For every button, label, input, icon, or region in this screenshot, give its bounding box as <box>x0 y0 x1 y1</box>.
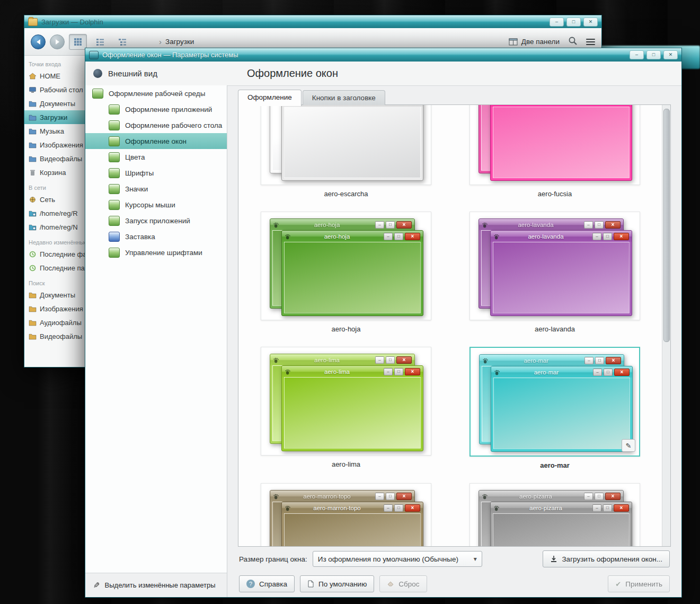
settings-sidebar-item-label: Заставка <box>125 233 155 241</box>
download-icon <box>550 555 557 563</box>
icons-view-button[interactable] <box>69 34 87 50</box>
tab-decoration[interactable]: Оформление <box>238 90 302 106</box>
edit-theme-button[interactable]: ✎ <box>622 439 635 452</box>
preview-maximize-button: □ <box>595 221 604 229</box>
network-icon <box>29 196 37 203</box>
theme-card-aero-hoja[interactable]: aero-hoja–□×aero-hoja–□×aero-hoja <box>261 212 431 333</box>
page-title: Оформление окон <box>247 67 338 80</box>
dolphin-places-panel: Точки входаHOMEРабочий столДокументыЗагр… <box>24 56 86 367</box>
settings-titlebar[interactable]: Оформление окон — Параметры системы – □ … <box>85 48 681 62</box>
theme-card-aero-lima[interactable]: aero-lima–□×aero-lima–□×aero-lima <box>261 347 431 469</box>
border-size-select[interactable]: Из оформления по умолчанию (Обычные) ▾ <box>313 551 482 567</box>
theme-card-aero-marron-topo[interactable]: aero-marron-topo–□×aero-marron-topo–□×ae… <box>261 483 431 546</box>
dialog-footer: ? Справка По умолчанию Сброс ✔ Применить <box>239 575 670 593</box>
settings-sidebar-item-4[interactable]: Цвета <box>85 149 227 165</box>
settings-sidebar-item-2[interactable]: Оформление рабочего стола <box>85 117 227 133</box>
settings-sidebar-item-3[interactable]: Оформление окон <box>85 133 227 149</box>
preview-titlebar: aero-pizarra–□× <box>491 502 632 513</box>
get-new-decorations-button[interactable]: Загрузить оформления окон... <box>543 550 670 567</box>
tree-view-button[interactable] <box>113 34 131 50</box>
preview-window-buttons: –□× <box>593 369 630 376</box>
defaults-button[interactable]: По умолчанию <box>300 575 374 592</box>
places-item[interactable]: Загрузки <box>24 110 86 124</box>
preview-titlebar: aero-mar–□× <box>491 366 632 378</box>
settings-sidebar-item-1[interactable]: Оформление приложений <box>85 101 227 117</box>
theme-list-view: aero-escarcha–□×aero-escarcha–□×aero-esc… <box>238 104 671 547</box>
settings-sidebar-item-10[interactable]: Управление шрифтами <box>85 244 227 260</box>
settings-sidebar-item-label: Значки <box>125 185 148 193</box>
places-item[interactable]: Документы <box>24 97 86 110</box>
places-item[interactable]: Видеофайлы <box>24 329 86 343</box>
settings-sidebar-item-0[interactable]: Оформление рабочей среды <box>85 85 227 101</box>
breadcrumb[interactable]: › Загрузки <box>159 37 194 46</box>
theme-card-aero-fucsia[interactable]: aero-fucsia–□×aero-fucsia–□×aero-fucsia <box>469 105 640 198</box>
places-item[interactable]: Корзина <box>24 165 86 179</box>
footprint-icon <box>273 357 279 363</box>
minimize-button[interactable]: – <box>630 50 644 59</box>
back-button[interactable] <box>31 34 46 49</box>
places-item[interactable]: Музыка <box>24 124 86 138</box>
preview-window-title: aero-hoja <box>294 233 380 240</box>
dolphin-titlebar[interactable]: Загрузки — Dolphin – □ ✕ <box>24 15 601 28</box>
details-view-icon <box>96 38 104 46</box>
preview-maximize-button: □ <box>394 368 403 375</box>
theme-name-label: aero-hoja <box>261 325 431 333</box>
breadcrumb-item-downloads[interactable]: Загрузки <box>165 38 194 46</box>
places-item[interactable]: Рабочий стол <box>24 83 86 97</box>
settings-sidebar-item-6[interactable]: Значки <box>85 181 227 197</box>
menu-button[interactable] <box>586 39 595 45</box>
preview-window-front: aero-pizarra–□× <box>490 502 632 546</box>
preview-maximize-button: □ <box>595 493 604 500</box>
scrollbar-track[interactable] <box>662 105 670 546</box>
help-button[interactable]: ? Справка <box>239 575 295 592</box>
places-item[interactable]: Документы <box>24 288 86 302</box>
settings-sidebar-item-5[interactable]: Шрифты <box>85 165 227 181</box>
settings-sidebar-list: Оформление рабочей средыОформление прило… <box>85 85 227 260</box>
close-button[interactable]: ✕ <box>583 17 598 27</box>
preview-window-title: aero-marron-topo <box>294 505 380 511</box>
preview-close-button: × <box>606 357 621 364</box>
places-section-title: В сети <box>24 179 86 192</box>
preview-maximize-button: □ <box>386 493 395 500</box>
settings-sidebar-item-7[interactable]: Курсоры мыши <box>85 197 227 213</box>
forward-button[interactable] <box>50 34 65 49</box>
scrollbar-thumb[interactable] <box>663 109 670 342</box>
preview-close-button: × <box>605 493 621 500</box>
places-item[interactable]: /home/reg/N <box>24 220 86 234</box>
reset-button[interactable]: Сброс <box>379 575 427 592</box>
tab-titlebar-buttons[interactable]: Кнопки в заголовке <box>303 90 385 105</box>
settings-sidebar-item-8[interactable]: Запуск приложений <box>85 213 227 229</box>
places-item[interactable]: Изображения <box>24 138 86 152</box>
places-item[interactable]: /home/reg/R <box>24 206 86 220</box>
places-item[interactable]: Последние файлы <box>24 247 86 261</box>
highlight-changed-settings-button[interactable]: ✎ Выделить изменённые параметры <box>85 573 227 597</box>
places-item[interactable]: Последние папки <box>24 261 86 275</box>
settings-sidebar-item-9[interactable]: Заставка <box>85 229 227 244</box>
theme-grid-area: aero-escarcha–□×aero-escarcha–□×aero-esc… <box>238 105 662 546</box>
split-view-button[interactable]: Две панели <box>509 38 560 46</box>
maximize-button[interactable]: □ <box>646 50 661 59</box>
chevron-down-icon: ▾ <box>474 555 477 563</box>
border-size-label: Размер границ окна: <box>239 555 307 563</box>
places-item[interactable]: Аудиофайлы <box>24 316 86 329</box>
apply-button[interactable]: ✔ Применить <box>608 575 670 592</box>
theme-card-aero-pizarra[interactable]: aero-pizarra–□×aero-pizarra–□×aero-pizar… <box>469 483 640 546</box>
settings-main: Оформление Кнопки в заголовке aero-escar… <box>227 85 681 597</box>
search-button[interactable] <box>568 36 578 48</box>
preview-window-buttons: –□× <box>592 504 629 512</box>
places-item-label: Изображения <box>40 305 83 313</box>
close-button[interactable]: ✕ <box>663 50 678 59</box>
footprint-icon <box>285 369 291 375</box>
theme-card-aero-escarcha[interactable]: aero-escarcha–□×aero-escarcha–□×aero-esc… <box>261 105 431 198</box>
places-item[interactable]: Сеть <box>24 192 86 206</box>
footprint-icon <box>273 493 279 500</box>
places-item[interactable]: HOME <box>24 69 86 83</box>
details-view-button[interactable] <box>91 34 109 50</box>
settings-sidebar-item-label: Шрифты <box>125 169 154 177</box>
places-item[interactable]: Видеофайлы <box>24 152 86 165</box>
maximize-button[interactable]: □ <box>566 17 581 27</box>
theme-card-aero-lavanda[interactable]: aero-lavanda–□×aero-lavanda–□×aero-lavan… <box>469 212 640 333</box>
places-item[interactable]: Изображения <box>24 302 86 316</box>
minimize-button[interactable]: – <box>550 17 564 27</box>
theme-card-aero-mar[interactable]: aero-mar–□×aero-mar–□×✎aero-mar <box>469 347 640 469</box>
